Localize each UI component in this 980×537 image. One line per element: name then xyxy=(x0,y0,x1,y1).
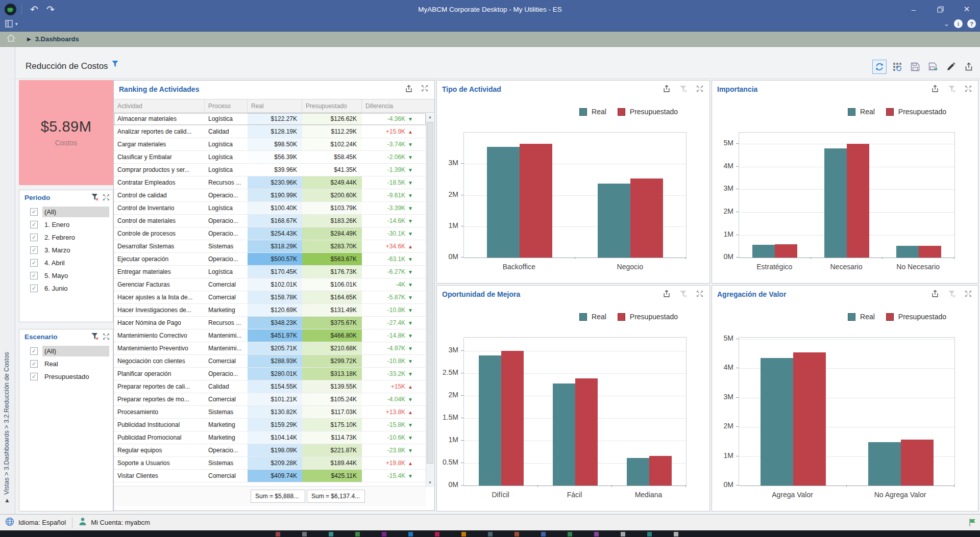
filter-option-2-febrero[interactable]: ✓2. Febrero xyxy=(19,231,113,244)
table-row-negociaci-n-con-clientes[interactable]: Negociación con clientesComercial$288.93… xyxy=(114,355,426,368)
page-filter-icon[interactable] xyxy=(112,60,118,69)
checkbox[interactable]: ✓ xyxy=(30,234,38,241)
clear-filter-icon[interactable]: × xyxy=(679,290,688,300)
export-icon[interactable] xyxy=(663,290,671,300)
table-row-control-de-materiales[interactable]: Control de materialesOperacio...$168.67K… xyxy=(114,215,426,227)
expand-icon[interactable] xyxy=(696,85,703,94)
export-icon[interactable] xyxy=(931,290,939,300)
checkbox[interactable]: ✓ xyxy=(30,272,38,279)
redo-icon[interactable]: ↷ xyxy=(42,5,59,14)
clear-filter-icon[interactable]: × xyxy=(948,290,956,300)
taskbar-app-icon[interactable] xyxy=(302,532,307,536)
expand-icon[interactable] xyxy=(696,290,703,299)
taskbar-app-icon[interactable] xyxy=(382,532,386,536)
taskbar-app-icon[interactable] xyxy=(647,532,652,536)
checkbox[interactable]: ✓ xyxy=(30,246,38,254)
layout-refresh-icon[interactable] xyxy=(890,60,904,74)
taskbar-app-icon[interactable] xyxy=(276,532,280,536)
table-row-ejecutar-operaci-n[interactable]: Ejecutar operaciónOperacio...$500.57K$56… xyxy=(114,253,426,266)
taskbar-app-icon[interactable] xyxy=(488,532,493,536)
taskbar-app-icon[interactable] xyxy=(408,532,413,536)
checkbox[interactable]: ✓ xyxy=(30,360,38,368)
table-row-mantenimiento-preventivo[interactable]: Mantenimiento PreventivoMantenimi...$205… xyxy=(114,342,426,355)
clear-filter-icon[interactable]: × xyxy=(679,85,688,95)
table-row-gerenciar-facturas[interactable]: Gerenciar FacturasComercial$102.01K$106.… xyxy=(114,278,426,291)
taskbar-app-icon[interactable] xyxy=(355,532,360,536)
breadcrumb-item[interactable]: 3.Dashboards xyxy=(35,35,79,43)
edit-icon[interactable] xyxy=(944,60,958,74)
filter-option-all[interactable]: ✓(All) xyxy=(19,206,113,218)
clear-filter-icon[interactable]: × xyxy=(91,193,99,203)
table-row-hacer-investigaciones-de[interactable]: Hacer Investigaciones de...Marketing$120… xyxy=(114,304,426,317)
table-row-preparar-reportes-de-mo[interactable]: Preparar reportes de mo...Comercial$101.… xyxy=(114,393,426,406)
export-icon[interactable] xyxy=(405,85,413,95)
minimize-icon[interactable]: – xyxy=(900,0,927,18)
table-row-comprar-productos-y-ser[interactable]: Comprar productos y ser...Logística$39.9… xyxy=(114,164,426,176)
clear-filter-icon[interactable]: × xyxy=(91,333,99,342)
checkbox[interactable]: ✓ xyxy=(30,285,38,292)
status-language[interactable]: Idioma: Español xyxy=(18,519,66,526)
taskbar[interactable] xyxy=(0,530,980,537)
views-path-label[interactable]: Vistas > 3.Dashboards > 3.2.Reducción de… xyxy=(3,217,10,495)
taskbar-app-icon[interactable] xyxy=(621,532,625,536)
table-row-entregar-materiales[interactable]: Entregar materialesLogística$170.45K$176… xyxy=(114,266,426,278)
expand-icon[interactable] xyxy=(103,333,110,342)
home-icon[interactable] xyxy=(6,34,16,44)
table-row-preparar-reportes-de-cali[interactable]: Preparar reportes de cali...Calidad$154.… xyxy=(114,380,426,393)
filter-option-1-enero[interactable]: ✓1. Enero xyxy=(19,218,113,231)
refresh-icon[interactable] xyxy=(872,60,887,74)
expand-icon[interactable] xyxy=(421,85,428,95)
export-icon[interactable] xyxy=(962,60,976,74)
flag-icon[interactable] xyxy=(969,518,976,529)
checkbox[interactable]: ✓ xyxy=(30,208,38,216)
undo-icon[interactable]: ↶ xyxy=(26,5,42,14)
table-row-control-de-inventario[interactable]: Control de InventarioLogística$100.40K$1… xyxy=(114,202,426,215)
table-row-analizar-reportes-de-calid[interactable]: Analizar reportes de calid...Calidad$128… xyxy=(114,125,426,138)
info-icon[interactable]: i xyxy=(954,19,963,28)
status-account[interactable]: Mi Cuenta: myabcm xyxy=(91,519,150,526)
filter-option-3-marzo[interactable]: ✓3. Marzo xyxy=(19,244,113,257)
expand-icon[interactable] xyxy=(965,290,972,299)
clear-filter-icon[interactable]: × xyxy=(948,85,956,95)
restore-icon[interactable] xyxy=(927,0,953,18)
export-icon[interactable] xyxy=(931,85,939,95)
scroll-up-icon[interactable]: ▲ xyxy=(426,113,434,121)
filter-option-5-mayo[interactable]: ✓5. Mayo xyxy=(19,269,113,282)
help-icon[interactable]: ? xyxy=(967,19,976,28)
taskbar-app-icon[interactable] xyxy=(541,532,546,536)
app-logo-icon[interactable] xyxy=(5,4,16,15)
table-row-soporte-a-usuarios[interactable]: Soporte a UsuariosSistemas$209.28K$189.4… xyxy=(114,457,426,470)
export-icon[interactable] xyxy=(663,85,671,95)
panel-layout-icon[interactable]: ▾ xyxy=(5,20,18,28)
taskbar-app-icon[interactable] xyxy=(594,532,599,536)
checkbox[interactable]: ✓ xyxy=(30,259,38,267)
filter-option-all[interactable]: ✓(All) xyxy=(19,345,113,357)
table-row-controle-de-procesos[interactable]: Controle de procesosOperacio...$254.43K$… xyxy=(114,227,426,240)
table-row-procesamiento[interactable]: ProcesamientoSistemas$130.82K$117.03K+13… xyxy=(114,406,426,419)
table-row-regular-equipos[interactable]: Regular equiposOperacio...$198.09K$221.8… xyxy=(114,444,426,457)
taskbar-app-icon[interactable] xyxy=(674,532,678,536)
chevron-down-icon[interactable]: ⌄ xyxy=(944,20,949,28)
table-row-desarrollar-sistemas[interactable]: Desarrollar SistemasSistemas$318.29K$283… xyxy=(114,240,426,253)
column-header-actividad[interactable]: Actividad xyxy=(114,99,205,112)
scroll-down-icon[interactable]: ▼ xyxy=(426,479,434,487)
table-row-hacer-n-mina-de-pago[interactable]: Hacer Nómina de PagoRecursos ...$348.23K… xyxy=(114,317,426,329)
column-header-presupuestado[interactable]: Presupuestado xyxy=(302,99,362,112)
table-row-mantenimiento-correctivo[interactable]: Mantenimiento CorrectivoMantenimi...$451… xyxy=(114,329,426,342)
filter-option-4-abril[interactable]: ✓4. Abril xyxy=(19,257,113,269)
save-as-icon[interactable] xyxy=(926,60,940,74)
checkbox[interactable]: ✓ xyxy=(30,221,38,228)
table-row-contratar-empleados[interactable]: Contratar EmpleadosRecursos ...$230.96K$… xyxy=(114,176,426,189)
table-row-clasificar-y-embalar[interactable]: Clasificar y EmbalarLogística$56.39K$58.… xyxy=(114,151,426,164)
table-row-cargar-materiales[interactable]: Cargar materialesLogística$98.50K$102.24… xyxy=(114,138,426,151)
column-header-proceso[interactable]: Proceso xyxy=(205,99,248,112)
table-row-publicidad-promocional[interactable]: Publicidad PromocionalMarketing$104.14K$… xyxy=(114,431,426,444)
scrollbar-thumb[interactable] xyxy=(427,122,433,464)
close-icon[interactable]: ✕ xyxy=(953,0,980,18)
filter-option-real[interactable]: ✓Real xyxy=(19,357,113,370)
filter-option-presupuestado[interactable]: ✓Presupuestado xyxy=(19,370,113,383)
taskbar-app-icon[interactable] xyxy=(514,532,519,536)
taskbar-app-icon[interactable] xyxy=(329,532,333,536)
collapse-strip-icon[interactable]: ▲ xyxy=(4,497,10,504)
table-row-control-de-calidad[interactable]: Control de calidadOperacio...$190.99K$20… xyxy=(114,189,426,202)
